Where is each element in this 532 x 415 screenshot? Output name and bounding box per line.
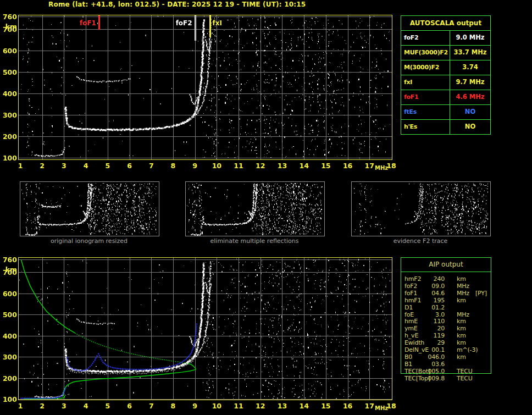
x-axis-label: 16 <box>343 162 352 170</box>
aip-param-unit: km <box>457 339 466 346</box>
aip-param-value: 119 <box>424 332 445 339</box>
aip-row-hmF1: hmF1195km <box>401 297 502 304</box>
autoscala-table-header: AUTOSCALA output <box>401 16 490 31</box>
x-axis-label: 14 <box>299 162 308 170</box>
thumbnail-original-ionogram <box>20 181 159 236</box>
aip-param-value: 01.2 <box>424 304 445 311</box>
x-axis-label: 8 <box>171 162 176 170</box>
x-axis-label: 13 <box>278 402 287 410</box>
y-axis-label: 760 <box>1 256 17 264</box>
aip-param-unit: TECU <box>457 368 473 375</box>
autoscala-param-label: foF2 <box>401 31 450 45</box>
autoscala-param-value: 33.7 MHz <box>450 46 490 60</box>
profile-ionogram-canvas <box>18 257 392 400</box>
y-axis-label: 600 <box>1 47 17 55</box>
aip-row-foF1: foF104.6MHz[PY] <box>401 290 502 297</box>
scaled-ionogram-plot: foF1foF2fxI <box>18 15 392 160</box>
y-axis-label: 300 <box>1 111 17 119</box>
x-axis-label: 17 <box>365 162 374 170</box>
x-axis-label: 13 <box>278 162 287 170</box>
aip-param-value: 00.1 <box>424 346 445 353</box>
y-axis-label: 300 <box>1 353 17 361</box>
y-axis-unit-label: km <box>1 23 17 31</box>
aip-param-extra: [PY] <box>475 290 487 297</box>
x-axis-label: 2 <box>40 402 45 410</box>
aip-row-h_vE: h_vE119km <box>401 332 502 339</box>
aip-param-value: 03.6 <box>424 361 445 368</box>
aip-param-name: hmF2 <box>404 275 421 283</box>
autoscala-param-label: foF1 <box>401 90 450 104</box>
aip-param-unit: km <box>457 332 466 339</box>
x-axis-label: 17 <box>365 402 374 410</box>
y-axis-label: 400 <box>1 90 17 98</box>
autoscala-param-value: 9.0 MHz <box>450 31 490 45</box>
aip-param-value: 009.8 <box>424 375 445 382</box>
y-axis-label: 100 <box>1 395 17 403</box>
aip-param-name: ymE <box>404 325 418 332</box>
autoscala-param-label: MUF(3000)F2 <box>401 46 450 60</box>
aip-param-name: foF2 <box>404 283 417 290</box>
aip-panel-rows: hmF2240kmfoF209.0MHzfoF104.6MHz[PY]hmF11… <box>401 275 502 385</box>
aip-row-hmE: hmE110km <box>401 318 502 325</box>
aip-param-unit: MHz <box>457 311 469 318</box>
x-axis-label: 2 <box>40 162 45 170</box>
autoscala-window: Rome (lat: +41.8, lon: 012.5) - DATE: 20… <box>0 0 532 415</box>
aip-param-unit: TECU <box>457 375 473 382</box>
aip-param-value: 04.6 <box>424 290 445 297</box>
x-axis-label: 14 <box>299 402 308 410</box>
autoscala-param-label: h'Es <box>401 120 450 134</box>
y-axis-label: 600 <box>1 290 17 298</box>
x-axis-label: 3 <box>62 162 66 170</box>
autoscala-row-h'Es: h'EsNO <box>401 120 490 134</box>
y-axis-label: 760 <box>1 13 17 21</box>
x-axis-label: 8 <box>171 402 176 410</box>
x-axis-label: 7 <box>149 402 154 410</box>
y-axis-label: 500 <box>1 311 17 319</box>
x-axis-label: 11 <box>234 162 243 170</box>
thumbnail-caption-evidence: evidence F2 trace <box>351 237 490 245</box>
page-title: Rome (lat: +41.8, lon: 012.5) - DATE: 20… <box>48 1 306 8</box>
autoscala-param-value: NO <box>450 120 490 134</box>
autoscala-row-ftEs: ftEsNO <box>401 105 490 120</box>
scaled-ionogram-canvas <box>18 15 392 160</box>
x-axis-label: 3 <box>62 402 66 410</box>
autoscala-table-rows: foF29.0 MHzMUF(3000)F233.7 MHzM(3000)F23… <box>401 31 490 134</box>
autoscala-row-foF1: foF14.6 MHz <box>401 90 490 105</box>
aip-param-unit: MHz <box>457 283 469 290</box>
thumbnail-eliminate-multiples-canvas <box>186 182 324 236</box>
autoscala-param-value: NO <box>450 105 490 119</box>
autoscala-param-value: 3.74 <box>450 60 490 75</box>
aip-panel-header: AIP output <box>401 258 491 272</box>
autoscala-param-label: M(3000)F2 <box>401 60 450 75</box>
thumbnail-caption-original: original ionogram resized <box>20 237 158 245</box>
aip-param-value: 09.0 <box>424 283 445 290</box>
marker-label-fxI: fxI <box>212 19 221 27</box>
aip-row-TEC[Top]: TEC[Top]009.8TECU <box>401 375 502 382</box>
autoscala-param-label: fxI <box>401 75 450 90</box>
x-axis-label: 4 <box>84 402 88 410</box>
aip-param-unit: km <box>457 318 466 325</box>
thumbnail-evidence-f2 <box>351 181 491 236</box>
autoscala-param-value: 9.7 MHz <box>450 75 490 90</box>
x-axis-label: 10 <box>212 162 221 170</box>
x-axis-label: 4 <box>84 162 88 170</box>
x-axis-label: 11 <box>234 402 243 410</box>
aip-row-ymE: ymE20km <box>401 325 502 332</box>
x-axis-label: 7 <box>149 162 154 170</box>
x-axis-label: 12 <box>256 402 265 410</box>
aip-row-D1: D101.2 <box>401 304 502 311</box>
aip-param-name: B0 <box>404 353 412 361</box>
aip-row-foF2: foF209.0MHz <box>401 283 502 290</box>
x-axis-label: 15 <box>321 162 330 170</box>
autoscala-row-foF2: foF29.0 MHz <box>401 31 490 46</box>
thumbnail-evidence-f2-canvas <box>352 182 490 236</box>
profile-ionogram-plot <box>18 257 392 400</box>
y-axis-label: 100 <box>1 154 17 162</box>
x-axis-label: 6 <box>127 162 132 170</box>
y-axis-label: 200 <box>1 374 17 383</box>
aip-param-name: hmF1 <box>404 297 421 304</box>
aip-row-B1: B103.6 <box>401 361 502 368</box>
aip-param-name: B1 <box>404 361 412 368</box>
aip-param-name: D1 <box>404 304 413 311</box>
x-axis-label: 6 <box>127 402 132 410</box>
